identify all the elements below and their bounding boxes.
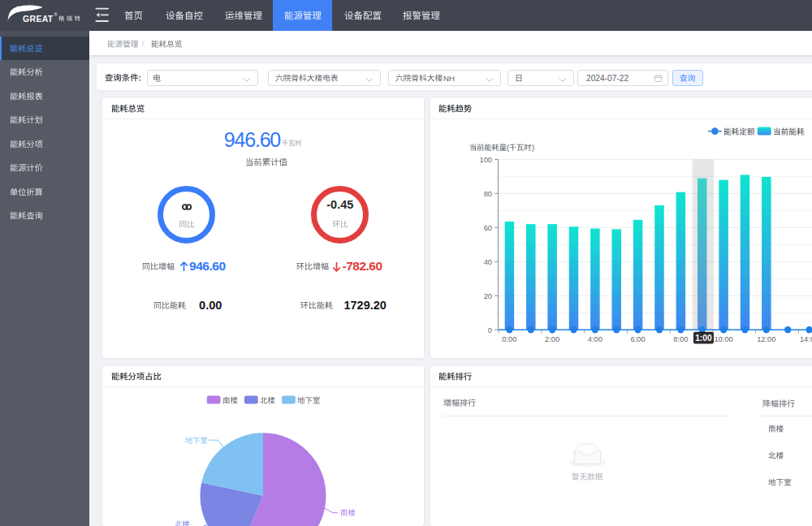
svg-text:100: 100: [479, 156, 492, 164]
svg-text:2:00: 2:00: [545, 335, 559, 343]
svg-text:20: 20: [483, 292, 491, 300]
svg-text:12:00: 12:00: [757, 335, 775, 343]
svg-text:4:00: 4:00: [587, 335, 602, 343]
svg-text:14:00: 14:00: [800, 335, 812, 343]
svg-text:6:00: 6:00: [630, 335, 645, 343]
svg-text:40: 40: [483, 258, 491, 266]
svg-text:0:00: 0:00: [502, 335, 516, 343]
svg-text:1:00: 1:00: [695, 334, 712, 343]
svg-text:GREAT: GREAT: [23, 15, 54, 24]
svg-text:8:00: 8:00: [673, 335, 688, 343]
svg-text:10:00: 10:00: [714, 335, 732, 343]
svg-text:60: 60: [483, 224, 491, 232]
svg-text:0: 0: [487, 326, 491, 334]
svg-text:®: ®: [54, 12, 58, 17]
svg-text:80: 80: [483, 190, 491, 198]
